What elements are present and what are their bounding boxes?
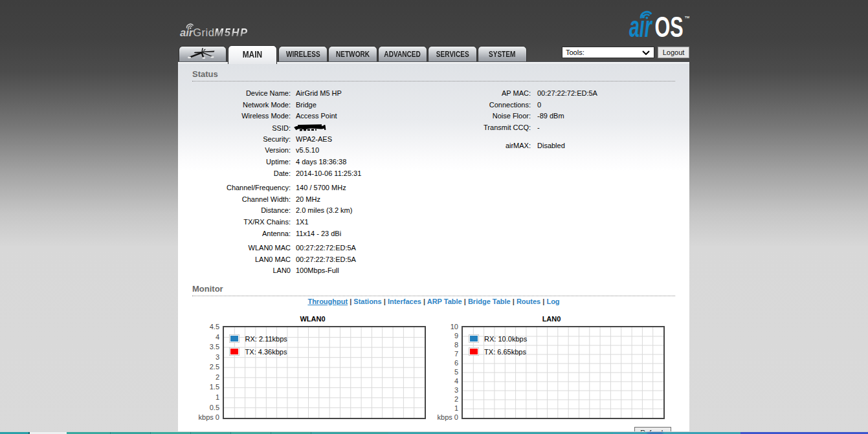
svg-text:OS: OS: [655, 10, 684, 40]
svg-text:™: ™: [684, 15, 690, 21]
